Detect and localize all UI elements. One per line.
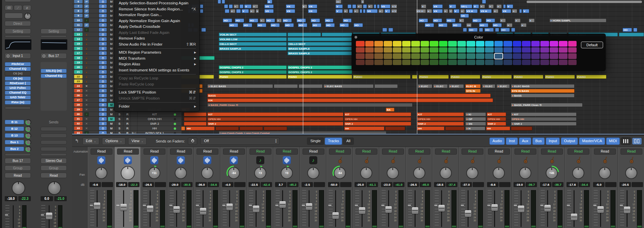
fader-handle[interactable] (412, 207, 418, 214)
color-swatch[interactable] (448, 41, 457, 47)
mute-button[interactable]: M (108, 117, 115, 121)
region[interactable] (374, 84, 398, 88)
fader-handle[interactable] (438, 205, 445, 212)
volume-db-value[interactable]: -20.5 (620, 182, 631, 187)
region[interactable] (382, 28, 387, 32)
mixer-channel-strip[interactable]: Read+33.7-45.20369121518212430 (273, 147, 300, 228)
region[interactable]: ● (512, 9, 517, 13)
color-swatch[interactable] (393, 47, 401, 53)
toolbar-menu-edit[interactable]: Edit⌄ (83, 137, 100, 145)
region[interactable]: V (384, 9, 390, 13)
color-swatch[interactable] (421, 47, 429, 53)
region[interactable]: HO (446, 18, 455, 22)
pan-knob[interactable] (48, 181, 61, 195)
region[interactable] (222, 0, 225, 4)
volume-db-value[interactable]: -29.0 (169, 182, 180, 187)
volume-db-value[interactable]: 3.7 (275, 182, 286, 187)
region[interactable]: HH (344, 126, 384, 130)
region[interactable]: V (335, 4, 343, 8)
region[interactable] (184, 117, 207, 121)
color-swatch[interactable] (356, 53, 365, 59)
region[interactable] (225, 9, 229, 13)
track-power-button[interactable] (99, 84, 107, 88)
region[interactable]: HO (282, 18, 292, 22)
region[interactable]: ELEC B (465, 84, 481, 88)
region[interactable]: GOSPEL CHOPS 2 (287, 65, 352, 69)
channel-read-button[interactable]: Read (276, 149, 298, 155)
region[interactable] (322, 33, 352, 37)
playhead-line[interactable] (303, 0, 303, 134)
region[interactable] (495, 28, 499, 32)
region[interactable]: ● (276, 18, 282, 22)
mute-button[interactable]: M (108, 61, 115, 65)
color-swatch[interactable] (467, 53, 475, 59)
toolbar-menu-options[interactable]: Options⌄ (102, 137, 125, 145)
region[interactable]: ● V (391, 4, 397, 8)
color-swatch[interactable] (513, 53, 522, 59)
track-power-button[interactable] (99, 65, 107, 69)
sends-mode-select[interactable]: Off▲▼ (200, 137, 280, 145)
track-power-button[interactable] (99, 89, 107, 93)
region[interactable]: KIK (207, 98, 493, 102)
mixer-channel-strip[interactable]: Read-29.0-30.50369121518212430 (167, 147, 194, 228)
color-swatch[interactable] (421, 53, 429, 59)
gain-slider[interactable] (5, 13, 23, 18)
mute-button[interactable]: M (108, 94, 115, 98)
color-swatch[interactable] (494, 60, 503, 65)
track-power-button[interactable] (99, 122, 107, 125)
region[interactable]: BA (386, 108, 394, 112)
channel-read-button[interactable]: Read (144, 149, 165, 155)
region[interactable] (184, 122, 207, 126)
track-power-button[interactable] (99, 98, 107, 102)
region[interactable]: ● (357, 4, 362, 8)
region[interactable]: HO (452, 23, 462, 27)
fader-handle[interactable] (200, 208, 206, 215)
fader-handle[interactable] (306, 203, 312, 210)
color-swatch[interactable] (540, 53, 549, 59)
color-swatch[interactable] (568, 41, 577, 47)
track-row[interactable]: 30♪MSRKIT (72, 112, 181, 117)
region[interactable]: A (267, 0, 272, 4)
mute-button[interactable]: M (108, 70, 115, 74)
menu-item[interactable]: MIDI Transform▶ (114, 56, 199, 62)
plugin-slot[interactable]: Channel EQ (5, 91, 31, 95)
region[interactable]: CELLO SECT (219, 42, 287, 46)
mute-button[interactable]: M (108, 47, 115, 51)
mute-button[interactable]: M (108, 103, 115, 107)
pan-knob[interactable] (599, 167, 611, 179)
plugin-slot[interactable]: PitchCor (5, 62, 31, 66)
fader-groove[interactable] (574, 190, 575, 227)
volume-db-value[interactable]: -22.5 (249, 182, 260, 187)
input-format-button[interactable]: ø (23, 5, 31, 10)
fader-handle[interactable] (465, 210, 471, 217)
pan-knob[interactable] (493, 167, 505, 179)
color-swatch[interactable] (439, 60, 448, 65)
color-swatch[interactable] (421, 41, 429, 47)
plugin-slot[interactable]: Channel EQ (41, 74, 67, 78)
volume-db-value[interactable]: -2.5 (302, 182, 313, 187)
region[interactable]: HH (417, 126, 444, 130)
menu-item[interactable]: Apply Selection-Based Processing Again (114, 0, 199, 6)
region[interactable]: BRASS SAMPLE (287, 51, 352, 55)
region[interactable]: ● (250, 9, 255, 13)
menu-item[interactable]: Lock SMPTE Position⌘⇵ (114, 90, 199, 96)
channel-read-button[interactable]: Read (223, 149, 245, 155)
region[interactable] (363, 4, 367, 8)
region[interactable]: VX (264, 9, 274, 13)
color-swatch[interactable] (503, 53, 512, 59)
menu-item[interactable]: Remove Silence from Audio Region...^X (114, 6, 199, 12)
color-swatch[interactable] (476, 41, 485, 47)
send-slot[interactable]: B 11 (5, 120, 24, 124)
region[interactable]: BRASS SAMPLE (287, 47, 352, 51)
group-slot[interactable]: Group (41, 165, 67, 171)
channel-read-button[interactable]: Read (541, 149, 563, 155)
channel-read-button[interactable]: Read (197, 149, 218, 155)
region[interactable]: HO (270, 23, 280, 27)
mute-button[interactable]: M (108, 75, 115, 79)
fader-handle[interactable] (253, 206, 259, 212)
horizontal-scrollbar[interactable] (527, 1, 642, 3)
region[interactable]: ●HORN SAMPL (549, 18, 606, 22)
fader-handle[interactable] (571, 214, 577, 220)
input-format-button[interactable]: ⟋ (14, 5, 22, 10)
region[interactable]: VX (366, 9, 378, 13)
